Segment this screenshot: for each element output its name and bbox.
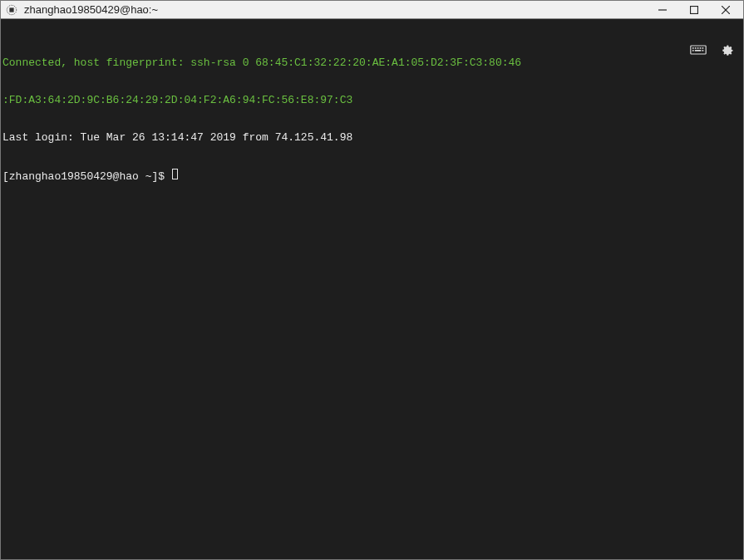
gear-icon[interactable] (718, 42, 735, 57)
terminal-app-icon (6, 4, 17, 16)
window-controls (647, 1, 742, 18)
cursor (172, 169, 178, 179)
svg-rect-3 (691, 6, 698, 13)
last-login-line: Last login: Tue Mar 26 13:14:47 2019 fro… (2, 131, 742, 144)
keyboard-icon[interactable] (690, 42, 707, 57)
svg-rect-7 (692, 47, 694, 49)
maximize-button[interactable] (678, 1, 710, 18)
fingerprint-line-2: :FD:A3:64:2D:9C:B6:24:29:2D:04:F2:A6:94:… (2, 94, 742, 106)
window-title: zhanghao19850429@hao:~ (24, 3, 647, 16)
terminal-toolbar (690, 42, 735, 57)
svg-rect-12 (692, 50, 694, 52)
svg-rect-10 (700, 47, 702, 49)
terminal-window: zhanghao19850429@hao:~ (0, 0, 744, 560)
svg-rect-1 (9, 7, 13, 12)
terminal-area[interactable]: Connected, host fingerprint: ssh-rsa 0 6… (1, 19, 743, 559)
svg-rect-9 (697, 47, 699, 49)
prompt-line: [zhanghao19850429@hao ~]$ (2, 169, 742, 183)
svg-rect-8 (695, 47, 697, 49)
titlebar: zhanghao19850429@hao:~ (1, 1, 743, 19)
svg-rect-14 (702, 50, 704, 52)
shell-prompt: [zhanghao19850429@hao ~]$ (2, 170, 171, 183)
svg-rect-13 (695, 50, 702, 52)
svg-rect-11 (702, 47, 704, 49)
close-button[interactable] (710, 1, 742, 18)
fingerprint-line-1: Connected, host fingerprint: ssh-rsa 0 6… (2, 56, 742, 69)
minimize-button[interactable] (647, 1, 678, 18)
